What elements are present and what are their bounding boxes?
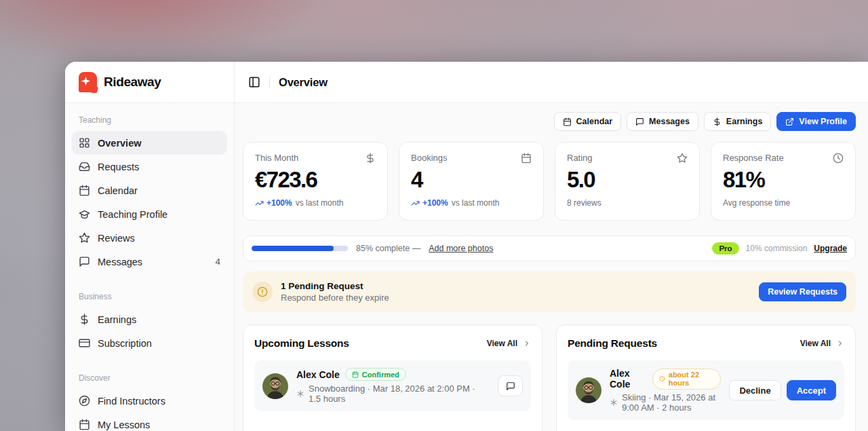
pro-plan-badge: Pro xyxy=(712,242,738,255)
messages-button[interactable]: Messages xyxy=(627,112,698,131)
sidebar-item-subscription[interactable]: Subscription xyxy=(72,331,227,355)
stat-label: Response Rate xyxy=(723,153,784,163)
star-icon xyxy=(79,232,90,244)
profile-progress-fill xyxy=(252,246,334,251)
section-label-business: Business xyxy=(72,292,227,301)
confirmed-badge: Confirmed xyxy=(345,368,406,381)
sidebar-item-reviews[interactable]: Reviews xyxy=(72,226,227,250)
main-area: Overview Calendar Messages Earnings xyxy=(235,62,868,431)
stat-card-this-month: This Month €723.6 +100% vs last month xyxy=(243,142,388,221)
profile-progress-bar xyxy=(252,246,348,251)
star-icon xyxy=(677,153,688,164)
alert-circle-icon xyxy=(252,282,273,302)
sidebar-item-label: Subscription xyxy=(98,338,152,349)
add-more-photos-link[interactable]: Add more photos xyxy=(429,244,493,253)
calendar-button[interactable]: Calendar xyxy=(554,112,622,131)
profile-completion-strip: 85% complete — Add more photos Pro 10% c… xyxy=(243,236,856,261)
earnings-button[interactable]: Earnings xyxy=(704,112,772,131)
sidebar-item-label: Overview xyxy=(98,138,142,149)
sidebar-toggle-icon[interactable] xyxy=(248,76,260,88)
sidebar-item-messages[interactable]: Messages 4 xyxy=(72,250,227,274)
trend-up-indicator: +100% xyxy=(411,198,448,208)
toolbar: Calendar Messages Earnings View Profile xyxy=(243,112,856,131)
snowflake-icon xyxy=(610,398,618,407)
earnings-button-label: Earnings xyxy=(726,117,763,126)
student-name: Alex Cole xyxy=(610,368,647,390)
upcoming-lessons-card: Upcoming Lessons View All Alex Cole xyxy=(243,324,542,431)
brand-logo: Rideaway xyxy=(65,62,234,103)
trend-up-indicator: +100% xyxy=(255,198,292,208)
clock-icon xyxy=(659,375,665,382)
calendar-icon xyxy=(563,117,572,126)
message-square-icon xyxy=(506,381,515,391)
stat-value: 4 xyxy=(411,167,532,193)
grid-icon xyxy=(79,137,90,149)
lesson-meta-text: Snowboarding · Mar 18, 2026 at 2:00 PM ·… xyxy=(309,383,490,404)
calendar-icon xyxy=(352,371,359,378)
sidebar-item-label: Requests xyxy=(98,162,139,172)
stat-label: Rating xyxy=(567,153,593,163)
trending-up-icon xyxy=(411,199,420,208)
review-requests-button[interactable]: Review Requests xyxy=(759,282,846,301)
sidebar-item-my-lessons[interactable]: My Lessons xyxy=(72,413,227,431)
view-all-label: View All xyxy=(487,339,517,348)
sidebar-item-label: Teaching Profile xyxy=(98,209,167,220)
sidebar-item-label: Calendar xyxy=(98,185,138,196)
trending-up-icon xyxy=(255,199,264,208)
stat-card-rating: Rating 5.0 8 reviews xyxy=(555,142,700,221)
brand-name: Rideaway xyxy=(104,75,161,90)
external-link-icon xyxy=(785,117,794,126)
commission-text: 10% commission xyxy=(746,244,808,253)
upgrade-link[interactable]: Upgrade xyxy=(814,244,847,253)
sidebar-nav: Teaching Overview Requests Calendar Teac… xyxy=(65,103,234,431)
sidebar-item-requests[interactable]: Requests xyxy=(72,155,227,179)
message-square-icon xyxy=(635,117,644,126)
stat-value: 5.0 xyxy=(567,167,688,193)
page-title: Overview xyxy=(279,76,328,89)
messages-button-label: Messages xyxy=(649,117,690,126)
sidebar-item-label: Reviews xyxy=(98,233,135,244)
compass-icon xyxy=(79,395,90,407)
sidebar-item-calendar[interactable]: Calendar xyxy=(72,179,227,202)
view-all-label: View All xyxy=(800,339,831,348)
stat-subtext: 8 reviews xyxy=(567,198,601,208)
stats-row: This Month €723.6 +100% vs last month Bo… xyxy=(243,142,856,221)
requests-view-all-link[interactable]: View All xyxy=(800,339,844,348)
avatar xyxy=(262,373,288,399)
sidebar-item-label: Find Instructors xyxy=(98,396,165,407)
sidebar-item-overview[interactable]: Overview xyxy=(72,131,227,155)
credit-card-icon xyxy=(79,337,90,349)
snowflake-icon xyxy=(296,390,304,398)
view-profile-button[interactable]: View Profile xyxy=(776,112,856,131)
sidebar-item-earnings[interactable]: Earnings xyxy=(72,307,227,331)
sidebar-item-teaching-profile[interactable]: Teaching Profile xyxy=(72,202,227,226)
sidebar: Rideaway Teaching Overview Requests Cale… xyxy=(65,62,235,431)
inbox-icon xyxy=(79,161,90,172)
message-student-button[interactable] xyxy=(498,375,523,396)
rideaway-logo-icon xyxy=(79,72,97,92)
section-label-discover: Discover xyxy=(72,373,227,383)
stat-value: 81% xyxy=(723,167,844,193)
decline-button[interactable]: Decline xyxy=(729,380,781,400)
stat-label: This Month xyxy=(255,153,298,163)
stat-card-response-rate: Response Rate 81% Avg response time xyxy=(711,142,856,221)
accept-button[interactable]: Accept xyxy=(787,380,836,400)
sidebar-item-find-instructors[interactable]: Find Instructors xyxy=(72,389,227,413)
banner-subtitle: Respond before they expire xyxy=(281,293,389,303)
stat-subtext: Avg response time xyxy=(723,198,790,208)
avatar xyxy=(576,377,601,403)
lesson-row: Alex Cole Confirmed Snowboarding · Mar 1… xyxy=(254,360,531,411)
app-window: Rideaway Teaching Overview Requests Cale… xyxy=(65,62,868,431)
stat-label: Bookings xyxy=(411,153,447,163)
dollar-icon xyxy=(79,314,90,325)
upcoming-view-all-link[interactable]: View All xyxy=(487,339,531,348)
clock-icon xyxy=(833,153,844,164)
stat-value: €723.6 xyxy=(255,167,376,193)
view-profile-button-label: View Profile xyxy=(799,117,847,126)
message-square-icon xyxy=(79,256,90,267)
expires-in-badge: about 22 hours xyxy=(652,369,721,390)
pending-request-banner: 1 Pending Request Respond before they ex… xyxy=(243,271,856,312)
request-row: Alex Cole about 22 hours Skiing · Mar 15… xyxy=(568,360,844,420)
messages-count-badge: 4 xyxy=(215,257,220,267)
dollar-icon xyxy=(713,117,722,126)
